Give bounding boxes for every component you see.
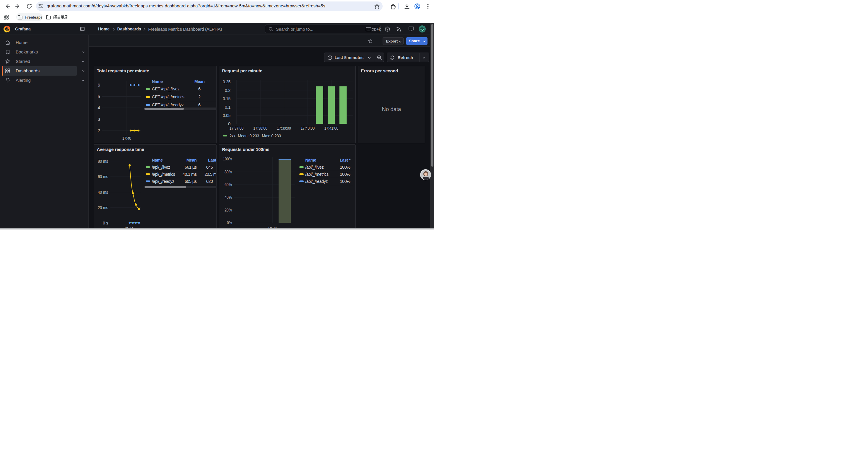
svg-text:0.15: 0.15 [223, 96, 230, 101]
svg-text:17:41:00: 17:41:00 [324, 126, 338, 131]
svg-text:17:39:00: 17:39:00 [277, 126, 291, 131]
svg-text:17:40:00: 17:40:00 [301, 126, 314, 131]
svg-text:0.1: 0.1 [224, 104, 230, 109]
svg-text:0 s: 0 s [103, 220, 108, 225]
svg-text:40%: 40% [224, 195, 231, 200]
svg-text:17:37:00: 17:37:00 [229, 126, 243, 131]
svg-text:2: 2 [97, 128, 100, 133]
svg-text:2xx: 2xx [229, 133, 235, 138]
svg-text:Mean: 0.233: Mean: 0.233 [238, 133, 259, 138]
svg-text:Max: 0.233: Max: 0.233 [262, 133, 281, 138]
svg-text:17:38:00: 17:38:00 [253, 126, 267, 131]
svg-text:0.25: 0.25 [223, 79, 230, 84]
svg-text:3: 3 [97, 117, 100, 122]
svg-text:0%: 0% [226, 220, 231, 225]
svg-text:0.2: 0.2 [224, 88, 230, 93]
svg-text:20 ms: 20 ms [97, 205, 108, 210]
svg-text:20%: 20% [224, 207, 231, 212]
svg-text:17:40: 17:40 [122, 136, 131, 140]
svg-text:0.05: 0.05 [223, 113, 230, 118]
svg-text:40 ms: 40 ms [97, 190, 108, 195]
